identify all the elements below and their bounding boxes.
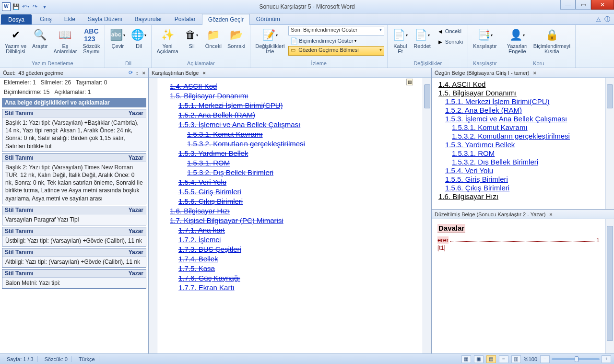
change-item[interactable]: Stil TanımıYazarÜstbilgi: Yazı tipi: (Va… <box>2 227 146 247</box>
undo-icon[interactable]: ↶▾ <box>21 2 30 11</box>
redo-icon[interactable]: ↷ <box>31 2 39 11</box>
word-app-icon[interactable]: W <box>2 2 11 11</box>
close-revised-icon[interactable]: × <box>549 211 552 217</box>
maximize-button[interactable]: ▭ <box>576 0 591 10</box>
toc-entry[interactable]: 1.5.1. Merkezi İşlem Birimi(CPU) <box>178 101 403 109</box>
toc-entry[interactable]: 1.5.3. Yardımcı Bellek <box>445 141 599 149</box>
toc-entry[interactable]: 1.5.3. İşlemci ve Ana Bellek Çalışması <box>178 120 403 129</box>
change-item[interactable]: Stil TanımıYazarAltbilgi: Yazı tipi: (Va… <box>2 248 146 268</box>
next-change-button[interactable]: ►Sonraki <box>435 36 465 47</box>
close-reviewing-pane-icon[interactable]: × <box>142 70 145 76</box>
change-item[interactable]: Stil TanımıYazarBalon Metni: Yazı tipi: <box>2 269 146 289</box>
toc-entry[interactable]: 1.5.3.1. Komut Kavramı <box>187 130 403 138</box>
toc-entry[interactable]: 1.5.2. Ana Bellek (RAM) <box>178 111 403 119</box>
close-button[interactable]: ✕ <box>591 0 614 10</box>
toc-entry[interactable]: 1.5.3. İşlemci ve Ana Bellek Çalışması <box>445 115 599 123</box>
toc-entry[interactable]: 1.5.5. Giriş Birimleri <box>445 175 599 183</box>
spelling-button[interactable]: ✔Yazım ve Dilbilgisi <box>3 26 28 56</box>
toc-entry[interactable]: 1.5.3.2. Dış Bellek Birimleri <box>452 158 599 166</box>
change-item[interactable]: Stil TanımıYazarVarsayılan Paragraf Yazı… <box>2 206 146 225</box>
view-web-icon[interactable]: ▤ <box>486 355 496 363</box>
prev-change-button[interactable]: ◄Önceki <box>435 26 465 36</box>
new-comment-button[interactable]: ✨Yeni Açıklama <box>154 26 180 56</box>
toc-entry[interactable]: 1.5.5. Giriş Birimleri <box>178 188 403 196</box>
tab-insert[interactable]: Ekle <box>58 13 82 24</box>
view-outline-icon[interactable]: ≡ <box>499 355 508 363</box>
status-language[interactable]: Türkçe <box>75 356 99 362</box>
reject-button[interactable]: 📄▾Reddet <box>412 26 432 50</box>
prev-comment-button[interactable]: 📁Önceki <box>203 26 224 50</box>
change-item[interactable]: Stil TanımıYazarBaşlık 1: Yazı tipi: (Va… <box>2 109 146 152</box>
toc-entry[interactable]: 1.7.4. Bellek <box>178 255 403 263</box>
qat-customize-icon[interactable]: ▾ <box>40 2 49 11</box>
toc-entry[interactable]: 1.4. ASCII Kod <box>438 80 599 88</box>
orig-scrollbar[interactable] <box>605 78 614 209</box>
toc-entry[interactable]: 1.6. Bilgisayar Hızı <box>438 192 599 200</box>
language-button[interactable]: 🌐▾Dil <box>129 26 148 50</box>
change-item[interactable]: Stil TanımıYazarBaşlık 2: Yazı tipi: (Va… <box>2 153 146 204</box>
toc-entry[interactable]: 1.5.3.2. Komutların gerçekleştirilmesi <box>187 140 403 148</box>
toc-entry[interactable]: 1.5.4. Veri Yolu <box>445 166 599 175</box>
compared-document-area[interactable]: ▤ 1.4. ASCII Kod1.5. Bilgisayar Donanımı… <box>157 78 423 353</box>
zoom-slider[interactable] <box>552 358 600 360</box>
toc-entry[interactable]: 1.7.2. İşlemci <box>178 235 403 244</box>
view-draft-icon[interactable]: ▥ <box>511 355 521 363</box>
tab-home[interactable]: Giriş <box>34 13 58 24</box>
zoom-out-button[interactable]: − <box>540 355 550 363</box>
toc-entry[interactable]: 1.7. Kişisel Bilgisayar (PC) Mimarisi <box>170 216 403 224</box>
save-icon[interactable]: 💾 <box>12 2 20 11</box>
toc-entry[interactable]: 1.5.3. Yardımcı Bellek <box>178 149 403 157</box>
toc-entry[interactable]: 1.7.5. Kasa <box>178 264 403 272</box>
next-comment-button[interactable]: 📂Sonraki <box>225 26 247 50</box>
tab-review[interactable]: Gözden Geçir <box>202 14 250 25</box>
compare-button[interactable]: 📑▾Karşılaştır <box>471 26 499 50</box>
track-changes-button[interactable]: 📝▾Değişiklikleri İzle <box>253 26 286 56</box>
block-authors-button[interactable]: 👤▾Yazarları Engelle <box>505 26 530 56</box>
show-markup-button[interactable]: 📄Biçimlendirmeyi Göster▾ <box>288 35 384 46</box>
tab-view[interactable]: Görünüm <box>250 13 286 24</box>
toc-entry[interactable]: 1.5.6. Çıkış Birimleri <box>178 197 403 205</box>
toc-entry[interactable]: 1.5.3.2. Dış Bellek Birimleri <box>187 168 403 176</box>
minimize-button[interactable]: — <box>560 0 576 10</box>
tab-file[interactable]: Dosya <box>1 14 32 24</box>
expand-icon[interactable]: ↕ <box>136 70 139 76</box>
toc-entry[interactable]: 1.5.1. Merkezi İşlem Birimi(CPU) <box>445 97 599 106</box>
wordcount-button[interactable]: ABC123Sözcük Sayımı <box>81 26 102 56</box>
reviewing-pane-button[interactable]: Gözden Geçirme Bölmesi <box>288 46 384 56</box>
toc-entry[interactable]: 1.5.4. Veri Yolu <box>178 178 403 186</box>
view-print-layout-icon[interactable]: ▦ <box>461 355 471 363</box>
toc-entry[interactable]: 1.5. Bilgisayar Donanımı <box>438 89 599 97</box>
zoom-level[interactable]: %100 <box>524 356 537 362</box>
original-document-area[interactable]: 1.4. ASCII Kod1.5. Bilgisayar Donanımı1.… <box>432 78 605 209</box>
status-page[interactable]: Sayfa: 1 / 3 <box>3 356 38 362</box>
status-words[interactable]: Sözcük: 0 <box>41 356 72 362</box>
toc-entry[interactable]: 1.7.1. Ana kart <box>178 226 403 234</box>
translate-button[interactable]: 🔤▾Çevir <box>108 26 127 50</box>
restrict-editing-button[interactable]: 🔒Biçimlendirmeyi Kısıtla <box>531 26 572 56</box>
close-compared-icon[interactable]: × <box>202 70 205 76</box>
refresh-icon[interactable]: ⟳ <box>129 70 133 76</box>
scrollbar-vertical[interactable] <box>423 78 431 353</box>
split-icon[interactable]: ▤ <box>406 79 413 85</box>
close-original-icon[interactable]: × <box>533 70 536 76</box>
ribbon-minimize-icon[interactable]: △ <box>596 16 601 23</box>
delete-comment-button[interactable]: 🗑▾Sil <box>182 26 201 50</box>
toc-entry[interactable]: 1.5. Bilgisayar Donanımı <box>170 92 403 100</box>
thesaurus-button[interactable]: 📖Eş Anlamlılar <box>51 26 79 56</box>
toc-entry[interactable]: 1.7.3. BUS Çeşitleri <box>178 245 403 253</box>
display-for-review-combo[interactable]: Son: Biçimlendirmeyi Göster <box>288 26 384 35</box>
help-icon[interactable]: ⓘ <box>604 16 610 23</box>
toc-entry[interactable]: 1.5.3.1. ROM <box>187 159 403 167</box>
zoom-in-button[interactable]: + <box>602 355 611 363</box>
view-fullscreen-icon[interactable]: ▣ <box>474 355 484 363</box>
research-button[interactable]: 🔍Araştır <box>30 26 49 50</box>
tab-references[interactable]: Başvurular <box>128 13 168 24</box>
toc-entry[interactable]: 1.5.3.1. Komut Kavramı <box>452 123 599 131</box>
toc-entry[interactable]: 1.6. Bilgisayar Hızı <box>170 207 403 215</box>
toc-entry[interactable]: 1.7.7. Ekran Kartı <box>178 283 403 292</box>
toc-entry[interactable]: 1.5.3.2. Komutların gerçekleştirilmesi <box>452 132 599 140</box>
toc-entry[interactable]: 1.5.2. Ana Bellek (RAM) <box>445 106 599 114</box>
toc-entry[interactable]: 1.5.3.1. ROM <box>452 149 599 157</box>
toc-entry[interactable]: 1.5.6. Çıkış Birimleri <box>445 184 599 192</box>
revised-scrollbar[interactable] <box>605 219 614 353</box>
